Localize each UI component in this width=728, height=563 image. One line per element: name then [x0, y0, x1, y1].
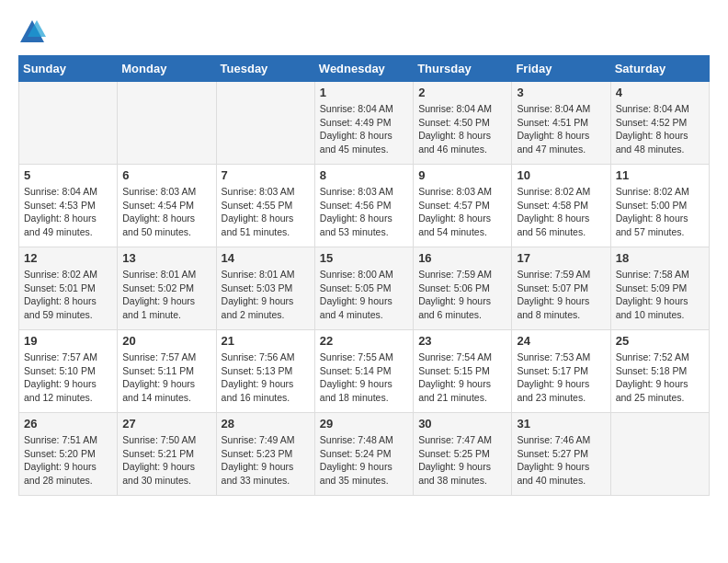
day-number: 5: [24, 168, 112, 182]
day-info: Sunrise: 8:04 AM Sunset: 4:51 PM Dayligh…: [517, 102, 605, 156]
weekday-header: Sunday: [19, 56, 118, 82]
calendar-cell: 24Sunrise: 7:53 AM Sunset: 5:17 PM Dayli…: [512, 330, 610, 413]
day-info: Sunrise: 8:00 AM Sunset: 5:05 PM Dayligh…: [320, 268, 408, 322]
day-info: Sunrise: 7:46 AM Sunset: 5:27 PM Dayligh…: [517, 433, 605, 488]
day-info: Sunrise: 7:55 AM Sunset: 5:14 PM Dayligh…: [320, 350, 408, 405]
day-number: 1: [320, 86, 408, 99]
day-info: Sunrise: 8:02 AM Sunset: 5:01 PM Dayligh…: [24, 268, 112, 322]
day-number: 10: [517, 168, 605, 182]
day-info: Sunrise: 7:50 AM Sunset: 5:21 PM Dayligh…: [122, 433, 210, 488]
day-info: Sunrise: 8:01 AM Sunset: 5:02 PM Dayligh…: [122, 268, 210, 322]
day-info: Sunrise: 7:57 AM Sunset: 5:11 PM Dayligh…: [122, 350, 210, 405]
calendar-cell: 4Sunrise: 8:04 AM Sunset: 4:52 PM Daylig…: [610, 82, 709, 165]
calendar-week-row: 19Sunrise: 7:57 AM Sunset: 5:10 PM Dayli…: [19, 330, 710, 413]
weekday-header: Wednesday: [314, 56, 413, 82]
calendar-cell: 29Sunrise: 7:48 AM Sunset: 5:24 PM Dayli…: [314, 413, 413, 496]
day-info: Sunrise: 7:59 AM Sunset: 5:07 PM Dayligh…: [517, 268, 605, 322]
calendar-cell: [610, 413, 709, 496]
day-number: 4: [616, 86, 704, 99]
day-number: 6: [122, 168, 210, 182]
weekday-header: Monday: [118, 56, 216, 82]
calendar-cell: 19Sunrise: 7:57 AM Sunset: 5:10 PM Dayli…: [19, 330, 118, 413]
calendar-cell: 3Sunrise: 8:04 AM Sunset: 4:51 PM Daylig…: [512, 82, 610, 165]
calendar-cell: 1Sunrise: 8:04 AM Sunset: 4:49 PM Daylig…: [314, 82, 413, 165]
logo-icon: [18, 18, 46, 46]
calendar-week-row: 12Sunrise: 8:02 AM Sunset: 5:01 PM Dayli…: [19, 247, 710, 330]
calendar-cell: 15Sunrise: 8:00 AM Sunset: 5:05 PM Dayli…: [314, 247, 413, 330]
day-number: 7: [222, 168, 310, 182]
day-number: 29: [320, 417, 408, 431]
calendar-header: SundayMondayTuesdayWednesdayThursdayFrid…: [19, 56, 710, 82]
day-number: 23: [418, 334, 506, 348]
weekday-header: Friday: [512, 56, 610, 82]
calendar-cell: 7Sunrise: 8:03 AM Sunset: 4:55 PM Daylig…: [216, 165, 314, 247]
day-info: Sunrise: 7:51 AM Sunset: 5:20 PM Dayligh…: [24, 433, 112, 488]
day-info: Sunrise: 8:02 AM Sunset: 4:58 PM Dayligh…: [517, 185, 605, 239]
day-number: 14: [222, 251, 310, 265]
calendar-cell: 28Sunrise: 7:49 AM Sunset: 5:23 PM Dayli…: [216, 413, 314, 496]
calendar-cell: [216, 82, 314, 165]
day-info: Sunrise: 8:04 AM Sunset: 4:53 PM Dayligh…: [24, 185, 112, 239]
logo: [18, 18, 50, 46]
day-number: 26: [24, 417, 112, 431]
page-header: [18, 18, 710, 46]
day-info: Sunrise: 8:03 AM Sunset: 4:54 PM Dayligh…: [122, 185, 210, 239]
calendar-week-row: 1Sunrise: 8:04 AM Sunset: 4:49 PM Daylig…: [19, 82, 710, 165]
day-info: Sunrise: 7:56 AM Sunset: 5:13 PM Dayligh…: [222, 350, 310, 405]
calendar-cell: 5Sunrise: 8:04 AM Sunset: 4:53 PM Daylig…: [19, 165, 118, 247]
calendar-cell: 10Sunrise: 8:02 AM Sunset: 4:58 PM Dayli…: [512, 165, 610, 247]
day-number: 18: [616, 251, 704, 265]
calendar-table: SundayMondayTuesdayWednesdayThursdayFrid…: [18, 55, 710, 496]
calendar-cell: [118, 82, 216, 165]
day-number: 28: [222, 417, 310, 431]
day-info: Sunrise: 8:04 AM Sunset: 4:50 PM Dayligh…: [418, 102, 506, 156]
calendar-cell: 21Sunrise: 7:56 AM Sunset: 5:13 PM Dayli…: [216, 330, 314, 413]
day-number: 11: [616, 168, 704, 182]
weekday-header: Tuesday: [216, 56, 314, 82]
day-number: 31: [517, 417, 605, 431]
calendar-cell: 2Sunrise: 8:04 AM Sunset: 4:50 PM Daylig…: [414, 82, 512, 165]
day-number: 13: [122, 251, 210, 265]
day-info: Sunrise: 7:59 AM Sunset: 5:06 PM Dayligh…: [418, 268, 506, 322]
calendar-cell: 23Sunrise: 7:54 AM Sunset: 5:15 PM Dayli…: [414, 330, 512, 413]
calendar-cell: 27Sunrise: 7:50 AM Sunset: 5:21 PM Dayli…: [118, 413, 216, 496]
calendar-cell: 6Sunrise: 8:03 AM Sunset: 4:54 PM Daylig…: [118, 165, 216, 247]
day-info: Sunrise: 7:47 AM Sunset: 5:25 PM Dayligh…: [418, 433, 506, 488]
calendar-cell: 14Sunrise: 8:01 AM Sunset: 5:03 PM Dayli…: [216, 247, 314, 330]
day-number: 30: [418, 417, 506, 431]
day-info: Sunrise: 8:04 AM Sunset: 4:49 PM Dayligh…: [320, 102, 408, 156]
day-number: 3: [517, 86, 605, 99]
day-number: 12: [24, 251, 112, 265]
calendar-cell: 16Sunrise: 7:59 AM Sunset: 5:06 PM Dayli…: [414, 247, 512, 330]
calendar-cell: 8Sunrise: 8:03 AM Sunset: 4:56 PM Daylig…: [314, 165, 413, 247]
day-number: 8: [320, 168, 408, 182]
day-info: Sunrise: 8:04 AM Sunset: 4:52 PM Dayligh…: [616, 102, 704, 156]
weekday-header: Thursday: [414, 56, 512, 82]
calendar-cell: [19, 82, 118, 165]
day-number: 15: [320, 251, 408, 265]
day-info: Sunrise: 7:58 AM Sunset: 5:09 PM Dayligh…: [616, 268, 704, 322]
calendar-cell: 25Sunrise: 7:52 AM Sunset: 5:18 PM Dayli…: [610, 330, 709, 413]
calendar-cell: 26Sunrise: 7:51 AM Sunset: 5:20 PM Dayli…: [19, 413, 118, 496]
day-number: 24: [517, 334, 605, 348]
day-info: Sunrise: 8:02 AM Sunset: 5:00 PM Dayligh…: [616, 185, 704, 239]
day-number: 2: [418, 86, 506, 99]
calendar-body: 1Sunrise: 8:04 AM Sunset: 4:49 PM Daylig…: [19, 82, 710, 496]
calendar-cell: 20Sunrise: 7:57 AM Sunset: 5:11 PM Dayli…: [118, 330, 216, 413]
day-number: 19: [24, 334, 112, 348]
day-info: Sunrise: 8:03 AM Sunset: 4:56 PM Dayligh…: [320, 185, 408, 239]
calendar-week-row: 26Sunrise: 7:51 AM Sunset: 5:20 PM Dayli…: [19, 413, 710, 496]
day-info: Sunrise: 7:49 AM Sunset: 5:23 PM Dayligh…: [222, 433, 310, 488]
day-info: Sunrise: 7:52 AM Sunset: 5:18 PM Dayligh…: [616, 350, 704, 405]
day-number: 27: [122, 417, 210, 431]
calendar-cell: 17Sunrise: 7:59 AM Sunset: 5:07 PM Dayli…: [512, 247, 610, 330]
calendar-cell: 30Sunrise: 7:47 AM Sunset: 5:25 PM Dayli…: [414, 413, 512, 496]
day-info: Sunrise: 8:03 AM Sunset: 4:55 PM Dayligh…: [222, 185, 310, 239]
day-number: 21: [222, 334, 310, 348]
day-number: 17: [517, 251, 605, 265]
calendar-cell: 31Sunrise: 7:46 AM Sunset: 5:27 PM Dayli…: [512, 413, 610, 496]
calendar-cell: 22Sunrise: 7:55 AM Sunset: 5:14 PM Dayli…: [314, 330, 413, 413]
day-number: 9: [418, 168, 506, 182]
calendar-week-row: 5Sunrise: 8:04 AM Sunset: 4:53 PM Daylig…: [19, 165, 710, 247]
weekday-header: Saturday: [610, 56, 709, 82]
